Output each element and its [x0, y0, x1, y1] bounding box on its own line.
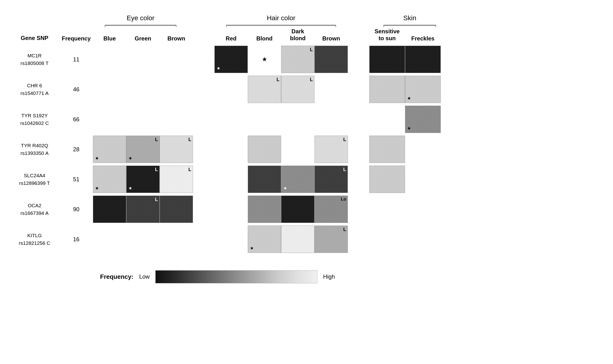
table-row: OCA2rs1667394 A 90 L Lo — [10, 195, 605, 224]
col-freckles: Freckles — [405, 35, 441, 42]
cell-tyr402-sensitive — [369, 136, 405, 163]
skin-title: Skin — [372, 14, 448, 22]
cell-tyr402-green: L ★ — [126, 136, 160, 163]
cell-mc1r-brown — [314, 46, 348, 73]
cell-slc-green: L ★ — [126, 166, 160, 193]
table-row: SLC24A4rs12896399 T 51 ★ L ★ L ★ L — [10, 165, 605, 194]
cell-oca2-blue — [93, 195, 126, 223]
cell-mc1r-freckles — [405, 46, 441, 73]
cell-mc1r-red: ★ — [214, 46, 248, 73]
gene-snp-header: Gene SNP — [10, 34, 60, 42]
cell-oca2-green: L — [126, 195, 160, 223]
freq-value: 46 — [60, 86, 93, 93]
freq-value: 66 — [60, 116, 93, 123]
cell-tyr402-blond — [248, 136, 281, 163]
cell-mc1r-darkblond: L — [281, 46, 314, 73]
eye-color-title: Eye color — [91, 14, 191, 22]
cell-slc-darkblond: ★ — [281, 166, 314, 193]
freq-value: 16 — [60, 236, 93, 243]
cell-oca2-brown-hair: Lo — [314, 195, 348, 223]
legend-gradient — [155, 270, 317, 283]
cell-tyr192-freckles: ★ — [405, 106, 441, 133]
col-brown-eye: Brown — [160, 35, 193, 42]
gene-name: CHR 6rs1540771 A — [10, 82, 60, 97]
freq-value: 90 — [60, 206, 93, 213]
cell-mc1r-sensitive — [369, 46, 405, 73]
cell-tyr402-brown-hair: L — [314, 136, 348, 163]
col-sensitive: Sensitiveto sun — [369, 28, 405, 42]
skin-section-header: Skin — [372, 14, 448, 27]
cell-oca2-darkblond — [281, 195, 314, 223]
cell-slc-blond — [248, 166, 281, 193]
gene-name: OCA2rs1667394 A — [10, 202, 60, 217]
legend-low: Low — [139, 273, 150, 280]
table-row: KITLGrs12821256 C 16 ★ L — [10, 225, 605, 254]
cell-slc-brown: L — [160, 166, 193, 193]
col-blond: Blond — [248, 35, 281, 42]
table-row: TYR S192Yrs1042602 C 66 ★ — [10, 105, 605, 134]
cell-chr6-darkblond: L — [281, 76, 314, 103]
cell-chr6-sensitive — [369, 76, 405, 103]
legend-high: High — [323, 273, 335, 280]
cell-tyr402-blue: ★ — [93, 136, 126, 163]
gene-name: TYR R402Qrs1393350 A — [10, 142, 60, 157]
eye-color-section-header: Eye color — [91, 14, 191, 27]
hair-color-section-header: Hair color — [212, 14, 350, 27]
col-green: Green — [126, 35, 160, 42]
col-red: Red — [214, 35, 248, 42]
col-dark-blond: Darkblond — [281, 28, 314, 42]
table-row: TYR R402Qrs1393350 A 28 ★ L ★ L L — [10, 135, 605, 164]
hair-color-title: Hair color — [212, 14, 350, 22]
cell-oca2-blond — [248, 195, 281, 223]
cell-tyr402-brown: L — [160, 136, 193, 163]
cell-kitlg-blond: ★ — [248, 225, 281, 253]
freq-value: 28 — [60, 146, 93, 153]
legend-section: Frequency: Low High — [100, 270, 605, 283]
cell-mc1r-blond: ★ — [248, 46, 281, 73]
cell-chr6-blond: L — [248, 76, 281, 103]
gene-name: MC1Rrs1805008 T — [10, 52, 60, 67]
freq-value: 11 — [60, 56, 93, 63]
col-blue: Blue — [93, 35, 126, 42]
cell-slc-brown-hair: L — [314, 166, 348, 193]
gene-name: SLC24A4rs12896399 T — [10, 172, 60, 187]
cell-kitlg-darkblond — [281, 225, 314, 253]
legend-label: Frequency: — [100, 273, 133, 281]
gene-name: KITLGrs12821256 C — [10, 232, 60, 247]
freq-value: 51 — [60, 176, 93, 183]
frequency-header: Frequency — [60, 35, 93, 42]
col-brown-hair: Brown — [314, 35, 348, 42]
cell-slc-sensitive — [369, 166, 405, 193]
cell-oca2-brown — [160, 195, 193, 223]
gene-name: TYR S192Yrs1042602 C — [10, 112, 60, 127]
cell-slc-blue: ★ — [93, 166, 126, 193]
table-row: MC1Rrs1805008 T 11 ★ ★ L — [10, 45, 605, 74]
table-row: CHR 6rs1540771 A 46 L L ★ — [10, 75, 605, 104]
cell-kitlg-brown: L — [314, 225, 348, 253]
cell-chr6-freckles: ★ — [405, 76, 441, 103]
